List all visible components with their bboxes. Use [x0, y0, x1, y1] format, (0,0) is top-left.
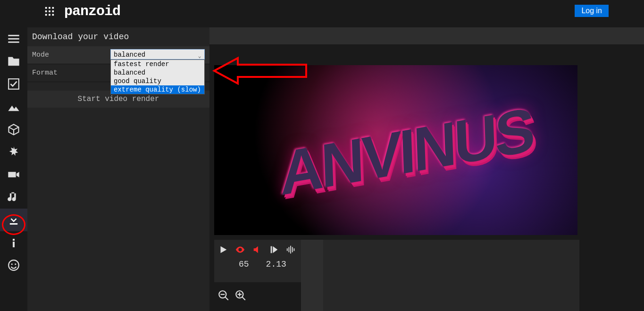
zoom-out-icon[interactable]: [217, 289, 230, 302]
timeline-segment-active: [301, 240, 323, 311]
svg-point-18: [15, 263, 16, 265]
svg-rect-13: [10, 223, 17, 225]
apps-grid-icon[interactable]: [42, 4, 57, 18]
smile-icon[interactable]: [0, 254, 27, 277]
format-label: Format: [27, 69, 58, 77]
preview-header-bar: [209, 27, 644, 44]
mode-option-balanced[interactable]: balanced: [111, 68, 204, 77]
mode-option-good[interactable]: good quality: [111, 77, 204, 85]
svg-rect-5: [52, 10, 54, 12]
svg-rect-7: [49, 14, 50, 16]
timeline-segment-rest: [323, 240, 579, 311]
panel-title: Download your video: [27, 27, 209, 46]
left-toolbar: [0, 27, 27, 311]
image-icon[interactable]: [0, 95, 27, 118]
mode-select[interactable]: balanced ⌄: [110, 49, 205, 59]
download-panel: Download your video Mode balanced ⌄ fast…: [27, 27, 209, 311]
main-area: ANVINUS 65 2.13: [209, 27, 644, 311]
timeline[interactable]: [301, 240, 579, 311]
svg-rect-20: [287, 248, 288, 251]
camera-icon[interactable]: [0, 163, 27, 186]
chevron-down-icon: ⌄: [196, 51, 203, 58]
preview-3d-text: ANVINUS: [279, 93, 534, 210]
svg-rect-8: [52, 14, 54, 16]
cube-icon[interactable]: [0, 118, 27, 141]
mode-option-extreme[interactable]: extreme quality (slow): [111, 85, 204, 94]
zoom-in-icon[interactable]: [234, 289, 247, 302]
svg-point-17: [11, 263, 13, 265]
mode-option-fastest[interactable]: fastest render: [111, 60, 204, 68]
login-button[interactable]: Log in: [575, 5, 609, 17]
svg-rect-6: [45, 14, 47, 16]
mode-select-options: fastest render balanced good quality ext…: [110, 59, 205, 94]
download-icon[interactable]: [0, 209, 27, 231]
svg-rect-22: [290, 246, 291, 254]
svg-rect-10: [8, 38, 19, 40]
logo-text: panzoid: [64, 3, 120, 19]
svg-rect-3: [45, 10, 47, 12]
star-icon[interactable]: [0, 141, 27, 163]
svg-rect-21: [289, 247, 290, 252]
svg-line-26: [225, 297, 228, 300]
svg-rect-2: [52, 7, 54, 9]
eye-icon[interactable]: [234, 244, 246, 256]
play-icon[interactable]: [217, 244, 229, 256]
svg-rect-11: [8, 42, 19, 43]
svg-rect-4: [49, 10, 50, 12]
mode-select-value: balanced: [114, 51, 145, 59]
svg-rect-23: [292, 247, 293, 252]
mode-label: Mode: [27, 51, 49, 59]
step-forward-icon[interactable]: [268, 244, 280, 256]
playback-frame: 65: [239, 260, 249, 269]
waveform-icon[interactable]: [285, 244, 297, 256]
svg-rect-24: [294, 248, 295, 251]
top-bar: panzoid Log in: [0, 0, 644, 23]
svg-rect-15: [13, 242, 15, 247]
speaker-icon[interactable]: [251, 244, 263, 256]
folder-icon[interactable]: [0, 50, 27, 73]
checkbox-icon[interactable]: [0, 73, 27, 95]
playback-time: 2.13: [266, 260, 286, 269]
mode-row: Mode balanced ⌄ fastest render balanced …: [27, 46, 209, 64]
svg-line-29: [242, 297, 245, 300]
svg-rect-14: [13, 239, 15, 241]
menu-icon[interactable]: [0, 27, 27, 50]
svg-rect-1: [49, 7, 50, 9]
info-icon[interactable]: [0, 231, 27, 254]
preview-viewport: ANVINUS: [214, 65, 577, 235]
music-icon[interactable]: [0, 186, 27, 209]
svg-rect-0: [45, 7, 47, 9]
preview-render: ANVINUS: [214, 65, 577, 235]
svg-rect-9: [8, 35, 19, 36]
svg-rect-19: [271, 246, 272, 253]
